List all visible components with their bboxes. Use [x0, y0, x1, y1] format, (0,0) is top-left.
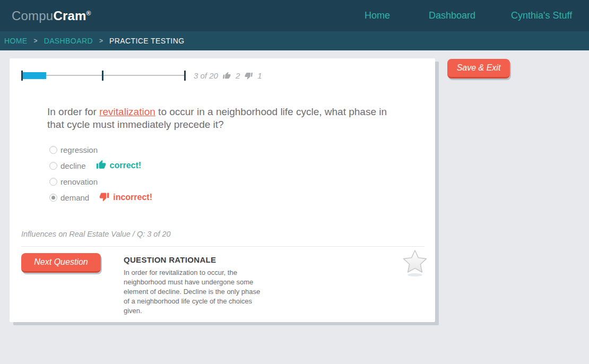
- option-row-decline: decline correct!: [49, 158, 152, 174]
- option-label-demand[interactable]: demand: [60, 193, 89, 202]
- section-divider: [21, 246, 425, 247]
- top-navbar: CompuCram® Home Dashboard Cynthia's Stuf…: [0, 0, 589, 31]
- progress-fill: [21, 72, 46, 79]
- save-exit-button[interactable]: Save & Exit: [447, 59, 510, 79]
- nav-link-dashboard[interactable]: Dashboard: [429, 10, 511, 21]
- incorrect-count: 1: [257, 71, 262, 80]
- thumbs-down-icon: [244, 72, 253, 80]
- breadcrumb-home[interactable]: HOME: [4, 37, 28, 45]
- question-rationale: QUESTION RATIONALE In order for revitali…: [124, 255, 262, 316]
- correct-label: correct!: [110, 161, 142, 170]
- breadcrumb-practice-testing: PRACTICE TESTING: [109, 37, 185, 45]
- star-icon: [402, 249, 428, 278]
- nav-link-home[interactable]: Home: [365, 10, 429, 21]
- radio-decline[interactable]: [49, 162, 57, 170]
- thumbs-up-icon: [222, 72, 231, 80]
- logo-part-bold: Cram: [53, 8, 86, 23]
- radio-renovation[interactable]: [49, 178, 57, 186]
- breadcrumb-bar: HOME > DASHBOARD > PRACTICE TESTING: [0, 31, 589, 50]
- option-row-demand: demand incorrect!: [49, 189, 152, 205]
- question-text: In order for revitalization to occur in …: [47, 106, 397, 131]
- incorrect-feedback: incorrect!: [99, 192, 152, 204]
- progress-tick-end: [184, 71, 186, 81]
- option-row-regression: regression: [49, 142, 152, 158]
- nav-link-cynthias-stuff[interactable]: Cynthia's Stuff: [511, 10, 589, 21]
- registered-mark: ®: [86, 10, 91, 17]
- next-question-button[interactable]: Next Question: [21, 253, 101, 273]
- glossary-term-link[interactable]: revitalization: [99, 106, 155, 117]
- rationale-heading: QUESTION RATIONALE: [124, 255, 262, 264]
- progress-tick-start: [21, 71, 23, 81]
- radio-demand-selected[interactable]: [49, 194, 57, 202]
- progress-label: 3 of 20: [194, 71, 218, 80]
- breadcrumb-separator: >: [99, 37, 103, 45]
- logo-part-light: Compu: [12, 8, 53, 23]
- correct-feedback: correct!: [96, 160, 142, 172]
- question-pre: In order for: [47, 106, 99, 117]
- incorrect-label: incorrect!: [113, 193, 152, 202]
- option-label-renovation[interactable]: renovation: [60, 177, 98, 186]
- question-counter: 3 of 20 2 1: [194, 71, 262, 81]
- question-card: 3 of 20 2 1 In order for revitalization …: [10, 58, 435, 322]
- progress-bar: [21, 71, 186, 81]
- option-label-decline[interactable]: decline: [60, 161, 86, 170]
- thumbs-up-icon: [96, 160, 106, 172]
- breadcrumb-dashboard[interactable]: DASHBOARD: [44, 37, 93, 45]
- rationale-body: In order for revitalization to occur, th…: [124, 268, 262, 316]
- thumbs-down-icon: [99, 192, 109, 204]
- breadcrumb: HOME > DASHBOARD > PRACTICE TESTING: [0, 37, 184, 45]
- radio-regression[interactable]: [49, 146, 57, 154]
- breadcrumb-separator: >: [34, 37, 38, 45]
- bookmark-star-button[interactable]: [401, 249, 429, 279]
- option-label-regression[interactable]: regression: [60, 145, 98, 154]
- progress-tick-middle: [102, 71, 103, 81]
- practice-testing-page: { "colors": { "navbar_bg": "#1d4153", "b…: [0, 0, 589, 364]
- answer-options: regression decline correct! renovation d…: [49, 142, 152, 205]
- nav-links: Home Dashboard Cynthia's Stuff: [356, 0, 589, 31]
- option-row-renovation: renovation: [49, 174, 152, 189]
- topic-progress-meta: Influences on Real Estate Value / Q: 3 o…: [21, 230, 171, 238]
- correct-count: 2: [236, 71, 240, 80]
- compucram-logo[interactable]: CompuCram®: [12, 8, 91, 23]
